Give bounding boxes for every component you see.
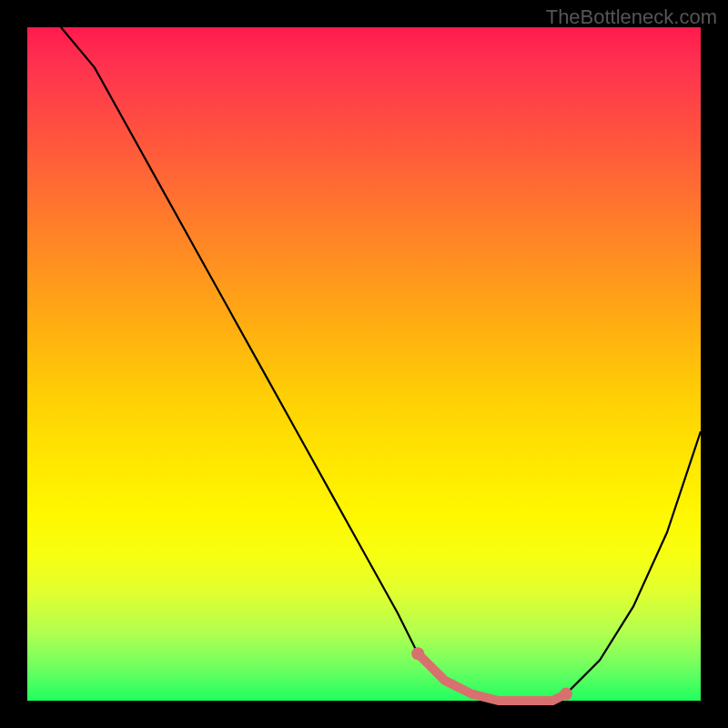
chart-plot-area xyxy=(27,27,701,701)
optimal-zone-dot xyxy=(411,647,424,660)
chart-svg xyxy=(27,27,701,701)
optimal-zone-dot xyxy=(560,688,572,701)
optimal-zone-markers xyxy=(411,647,572,701)
bottleneck-curve-path xyxy=(61,27,701,701)
watermark-text: TheBottleneck.com xyxy=(546,5,717,29)
optimal-zone-line xyxy=(418,653,566,701)
